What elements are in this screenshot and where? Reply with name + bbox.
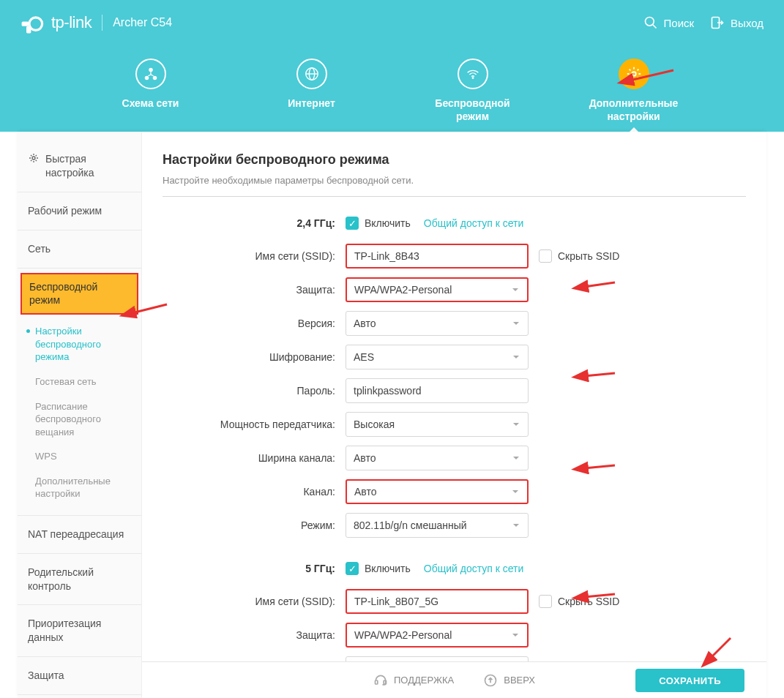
- chevron-down-icon: [511, 285, 520, 294]
- wifi-icon: [465, 66, 481, 82]
- logout-button[interactable]: Выход: [710, 15, 764, 30]
- enable-5-checkbox[interactable]: ✓: [346, 562, 359, 575]
- tab-advanced-label: Дополнительные настройки: [586, 97, 682, 123]
- enable-5-label: Включить: [365, 563, 411, 574]
- content-area: Настройки беспроводного режима Настройте…: [142, 132, 766, 698]
- band5-label: 5 ГГц:: [163, 563, 346, 574]
- sidebar-security[interactable]: Защита: [18, 661, 141, 690]
- chevron-down-icon: [512, 420, 520, 429]
- sidebar-mode[interactable]: Рабочий режим: [18, 197, 141, 225]
- password24-label: Пароль:: [163, 385, 346, 397]
- channel24-select[interactable]: Авто: [346, 479, 529, 504]
- cipher24-select[interactable]: AES: [346, 345, 529, 369]
- support-button[interactable]: ПОДДЕРЖКА: [373, 673, 454, 688]
- chevron-down-icon: [512, 319, 520, 328]
- svg-rect-2: [26, 26, 31, 34]
- svg-point-13: [632, 72, 636, 76]
- model-name: Archer C54: [113, 16, 172, 29]
- tab-map-label: Схема сети: [122, 97, 179, 110]
- headset-icon: [373, 673, 388, 688]
- channel24-value: Авто: [354, 486, 377, 498]
- channel24-label: Канал:: [163, 486, 346, 498]
- sidebar-sub-advanced[interactable]: Дополнительные настройки: [18, 469, 141, 506]
- wireless-form: 2,4 ГГц: ✓ Включить Общий доступ к сети …: [163, 211, 746, 698]
- hide5-label: Скрыть SSID: [558, 596, 619, 607]
- security5-select[interactable]: WPA/WPA2-Personal: [346, 623, 529, 648]
- brand-text: tp-link: [51, 13, 92, 32]
- power24-value: Высокая: [354, 419, 395, 430]
- sidebar-quick-setup[interactable]: Быстрая настройка: [18, 145, 141, 187]
- nav-tabs: Схема сети Интернет Беспроводной режим Д…: [0, 45, 784, 132]
- main-panel: Быстрая настройка Рабочий режим Сеть Бес…: [18, 132, 766, 698]
- svg-point-14: [32, 157, 35, 160]
- sidebar-sub-wps[interactable]: WPS: [18, 444, 141, 469]
- sidebar-separator: [18, 230, 141, 230]
- enable-24-label: Включить: [365, 217, 411, 229]
- password24-input[interactable]: [346, 378, 529, 403]
- mode24-label: Режим:: [163, 519, 346, 531]
- search-button[interactable]: Поиск: [643, 15, 695, 30]
- tab-advanced[interactable]: Дополнительные настройки: [586, 59, 682, 123]
- sidebar-separator: [18, 553, 141, 554]
- svg-point-12: [471, 77, 474, 79]
- ssid5-label: Имя сети (SSID):: [163, 596, 346, 607]
- power24-select[interactable]: Высокая: [346, 412, 529, 437]
- ssid24-input[interactable]: [346, 244, 529, 269]
- page-title: Настройки беспроводного режима: [163, 152, 746, 168]
- footer-bar: ПОДДЕРЖКА ВВЕРХ СОХРАНИТЬ: [142, 661, 766, 698]
- gear-small-icon: [28, 152, 40, 164]
- band24-label: 2,4 ГГц:: [163, 217, 346, 229]
- support-label: ПОДДЕРЖКА: [394, 675, 454, 686]
- mode24-value: 802.11b/g/n смешанный: [354, 519, 467, 531]
- enable-24-checkbox[interactable]: ✓: [346, 217, 359, 230]
- sidebar-sub-guest[interactable]: Гостевая сеть: [18, 369, 141, 394]
- sidebar-wireless[interactable]: Беспроводной режим: [20, 273, 138, 315]
- mode24-select[interactable]: 802.11b/g/n смешанный: [346, 513, 529, 538]
- logo: tp-link: [20, 11, 92, 34]
- security5-value: WPA/WPA2-Personal: [354, 629, 452, 641]
- search-icon: [643, 15, 658, 30]
- top-button[interactable]: ВВЕРХ: [483, 673, 535, 688]
- chevron-down-icon: [511, 487, 520, 496]
- hide5-checkbox[interactable]: [539, 595, 552, 608]
- tab-internet-label: Интернет: [288, 97, 335, 110]
- sidebar-sub-settings[interactable]: Настройки беспроводного режима: [18, 319, 141, 369]
- sidebar-parental[interactable]: Родительский контроль: [18, 558, 141, 601]
- network-icon: [143, 66, 159, 82]
- tab-internet[interactable]: Интернет: [264, 59, 359, 110]
- share-5-link[interactable]: Общий доступ к сети: [424, 563, 524, 574]
- chevron-down-icon: [512, 353, 520, 361]
- page-subtitle: Настройте необходимые параметры беспрово…: [163, 175, 746, 197]
- tab-network-map[interactable]: Схема сети: [103, 59, 198, 110]
- security5-label: Защита:: [163, 629, 346, 641]
- share-24-link[interactable]: Общий доступ к сети: [424, 217, 524, 229]
- logout-label: Выход: [731, 17, 764, 29]
- power24-label: Мощность передатчика:: [163, 419, 346, 430]
- tplink-logo-icon: [20, 11, 44, 34]
- svg-point-3: [645, 18, 654, 26]
- search-label: Поиск: [664, 17, 695, 29]
- tab-wireless[interactable]: Беспроводной режим: [425, 59, 520, 123]
- chevron-down-icon: [512, 454, 520, 462]
- arrow-up-icon: [483, 673, 498, 688]
- width24-value: Авто: [354, 452, 376, 464]
- sidebar-separator: [18, 268, 141, 269]
- security24-select[interactable]: WPA/WPA2-Personal: [346, 277, 529, 302]
- svg-line-4: [652, 25, 656, 29]
- cipher24-label: Шифрование:: [163, 351, 346, 363]
- width24-select[interactable]: Авто: [346, 446, 529, 470]
- sidebar-separator: [18, 604, 141, 605]
- svg-rect-1: [22, 21, 29, 26]
- sidebar-wireless-subgroup: Настройки беспроводного режима Гостевая …: [18, 316, 141, 510]
- hide24-checkbox[interactable]: [539, 249, 552, 263]
- sidebar-nat[interactable]: NAT переадресация: [18, 520, 141, 549]
- save-button[interactable]: СОХРАНИТЬ: [635, 669, 744, 692]
- sidebar-sub-schedule[interactable]: Расписание беспроводного вещания: [18, 394, 141, 445]
- sidebar-network[interactable]: Сеть: [18, 235, 141, 263]
- sidebar-qos[interactable]: Приоритезация данных: [18, 609, 141, 652]
- ssid24-label: Имя сети (SSID):: [163, 250, 346, 262]
- svg-point-8: [152, 76, 157, 80]
- chevron-down-icon: [512, 521, 520, 530]
- version24-select[interactable]: Авто: [346, 311, 529, 336]
- ssid5-input[interactable]: [346, 589, 529, 614]
